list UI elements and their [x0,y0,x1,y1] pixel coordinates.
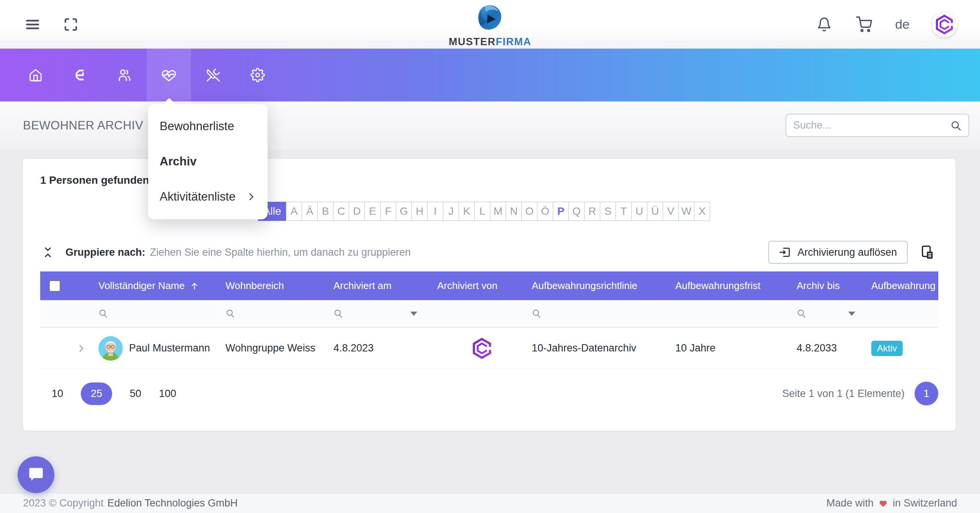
collapse-panel-icon[interactable] [40,245,56,260]
edelion-hexagon-icon [471,338,493,359]
alphabet-letter[interactable]: R [584,202,600,221]
page-number-button[interactable]: 1 [915,382,938,405]
table-row[interactable]: Paul Mustermann Wohngruppe Weiss 4.8.202… [40,328,938,369]
gear-icon [250,68,265,82]
row-archiv-bis: 4.8.2033 [791,328,866,369]
heart-icon [878,499,888,508]
shop-cart-icon[interactable] [855,16,873,33]
app-window: MUSTERFIRMA de [0,0,980,513]
edelion-e-icon [73,68,87,82]
search-icon[interactable] [950,120,962,131]
search-icon [333,309,343,319]
alphabet-letter[interactable]: M [490,202,506,221]
alphabet-letter[interactable]: T [616,202,632,221]
column-header-richtlinie[interactable]: Aufbewahrungsrichtlinie [526,271,670,300]
made-with-love: Made with in Switzerland [826,497,957,509]
fullscreen-icon[interactable] [62,16,80,33]
column-header-aufbewahrung[interactable]: Aufbewahrung [866,271,938,300]
alphabet-letter-active[interactable]: P [553,202,569,221]
alphabet-letter[interactable]: N [506,202,522,221]
search-icon [797,309,807,319]
language-selector[interactable]: de [895,17,910,32]
search-icon [225,309,235,319]
page-size-50[interactable]: 50 [130,388,141,400]
group-toolbar: Gruppiere nach: Ziehen Sie eine Spalte h… [40,241,938,264]
care-menu-dropdown: Bewohnerliste Archiv Aktivitätenliste [148,104,268,219]
row-expand-button[interactable] [69,328,93,369]
menu-item-aktivitaetenliste[interactable]: Aktivitätenliste [148,179,268,214]
alphabet-letter[interactable]: B [317,202,333,221]
alphabet-letter[interactable]: A [286,202,302,221]
search-input[interactable] [793,119,950,131]
column-header-name[interactable]: Vollständiger Name [93,271,220,300]
column-header-wohnbereich[interactable]: Wohnbereich [220,271,328,300]
alphabet-letter[interactable]: S [600,202,616,221]
search-icon [98,309,108,319]
table-filter-row [40,300,938,328]
row-archiviert-von [432,328,526,369]
alphabet-letter[interactable]: L [474,202,490,221]
unarchive-button[interactable]: Archivierung auflösen [768,241,908,264]
page-size-10[interactable]: 10 [52,388,63,400]
column-chooser-icon[interactable] [917,242,938,263]
sort-ascending-icon [190,281,199,291]
nav-item-catering[interactable] [191,49,235,101]
page-size-100[interactable]: 100 [159,388,176,400]
column-header-archiv-bis[interactable]: Archiv bis [791,271,866,300]
row-archiviert-am: 4.8.2023 [328,328,432,369]
alphabet-letter[interactable]: W [678,202,694,221]
user-avatar[interactable] [932,12,957,37]
alphabet-letter[interactable]: E [364,202,381,221]
alphabet-letter[interactable]: V [663,202,679,221]
alphabet-letter[interactable]: Ö [537,202,553,221]
alphabet-letter[interactable]: C [333,202,349,221]
alphabet-letter[interactable]: H [412,202,428,221]
filter-archiv-bis[interactable] [791,300,866,327]
alphabet-letter[interactable]: Q [568,202,585,221]
notifications-bell-icon[interactable] [815,16,833,33]
footer: 2023 © Copyright Edelion Technologies Gm… [0,493,980,513]
nav-item-residents[interactable] [102,49,147,101]
hamburger-menu-icon[interactable] [24,16,41,33]
filter-options-caret[interactable] [410,312,417,316]
alphabet-letter[interactable]: Ü [647,202,663,221]
alphabet-letter[interactable]: Ä [302,202,318,221]
menu-item-bewohnerliste[interactable]: Bewohnerliste [148,109,268,144]
filter-name[interactable] [93,300,220,327]
top-header-bar: MUSTERFIRMA de [0,0,980,49]
column-header-frist[interactable]: Aufbewahrungsfrist [670,271,791,300]
alphabet-letter[interactable]: G [396,202,412,221]
filter-richtlinie[interactable] [526,300,670,327]
copyright-text: 2023 © Copyright [23,497,104,509]
column-header-archiviert-von[interactable]: Archiviert von [432,271,526,300]
brand-name: MUSTERFIRMA [449,36,531,48]
page-size-25-active[interactable]: 25 [81,382,112,405]
alphabet-letter[interactable]: K [459,202,475,221]
alphabet-letter[interactable]: D [349,202,365,221]
chat-widget-button[interactable] [18,456,54,493]
nav-item-settings[interactable] [235,49,280,101]
alphabet-letter[interactable]: U [631,202,647,221]
alphabet-letter[interactable]: F [380,202,396,221]
alphabet-letter[interactable]: O [521,202,537,221]
heart-pulse-icon [161,67,176,83]
filter-archiviert-am[interactable] [328,300,432,327]
menu-item-archiv[interactable]: Archiv [148,144,268,179]
nav-item-home[interactable] [13,49,58,101]
users-icon [117,67,132,83]
resident-avatar [98,336,123,361]
column-header-archiviert-am[interactable]: Archiviert am [328,271,432,300]
alphabet-letter[interactable]: X [694,202,710,221]
pagination: 10 25 50 100 Seite 1 von 1 (1 Elemente) … [40,381,938,406]
filter-wohnbereich[interactable] [220,300,328,327]
alphabet-letter[interactable]: J [443,202,459,221]
archive-table: Vollständiger Name Wohnbereich Archivier… [40,271,938,369]
filter-options-caret[interactable] [848,312,855,316]
nav-item-care-archive[interactable] [147,49,191,101]
alphabet-letter[interactable]: I [427,202,443,221]
row-richtlinie: 10-Jahres-Datenarchiv [526,328,670,369]
nav-item-edelion[interactable] [58,49,102,101]
select-all-checkbox[interactable] [49,280,60,292]
chevron-right-icon [76,343,86,353]
utensils-crossed-icon [206,68,220,82]
